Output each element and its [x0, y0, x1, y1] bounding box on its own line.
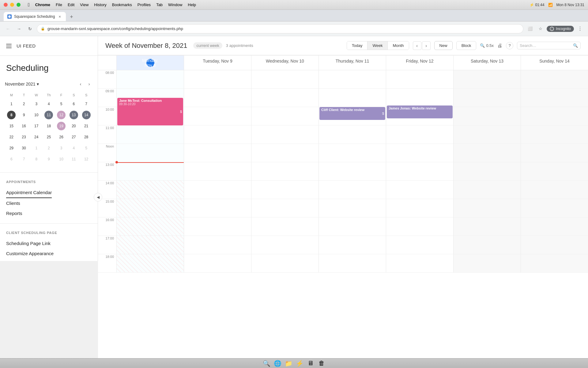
sidebar-client-nav-customize-appearance[interactable]: Customize Appearance — [6, 248, 92, 259]
cal-cell-7-6[interactable] — [521, 199, 588, 217]
cal-cell-9-0[interactable] — [116, 236, 184, 254]
cal-cell-1-6[interactable] — [521, 89, 588, 107]
cal-cell-2-3[interactable]: Cliff Client: Website review$ — [318, 107, 386, 125]
print-icon[interactable]: 🖨 — [497, 43, 502, 48]
sidebar-nav-reports[interactable]: Reports — [6, 208, 92, 218]
cal-cell-10-4[interactable] — [386, 254, 453, 273]
cal-cell-10-3[interactable] — [318, 254, 386, 273]
chrome-menu[interactable]: Chrome — [33, 2, 53, 8]
dock-icon-0[interactable]: 🔍 — [262, 358, 271, 368]
cal-cell-3-2[interactable] — [251, 125, 318, 144]
mini-cal-day[interactable]: 15 — [7, 122, 16, 130]
view-menu[interactable]: View — [77, 2, 91, 8]
cal-cell-7-2[interactable] — [251, 199, 318, 217]
refresh-button[interactable]: ↻ — [26, 25, 34, 33]
tab-close-button[interactable]: ✕ — [57, 14, 62, 19]
maximize-button[interactable] — [17, 3, 21, 7]
mini-cal-day[interactable]: 5 — [57, 100, 66, 108]
dock-icon-1[interactable]: 🌐 — [273, 358, 282, 368]
mini-cal-day[interactable]: 10 — [32, 111, 41, 119]
mini-cal-day[interactable]: 3 — [32, 100, 41, 108]
mini-cal-day[interactable]: 12 — [57, 111, 66, 119]
cal-cell-0-2[interactable] — [251, 70, 318, 89]
history-menu[interactable]: History — [92, 2, 109, 8]
cal-cell-4-2[interactable] — [251, 144, 318, 162]
cal-cell-2-2[interactable] — [251, 107, 318, 125]
mini-cal-day[interactable]: 4 — [70, 144, 78, 152]
sidebar-nav-clients[interactable]: Clients — [6, 198, 92, 208]
cal-cell-4-4[interactable] — [386, 144, 453, 162]
cal-cell-1-1[interactable] — [184, 89, 251, 107]
mini-cal-day[interactable]: 19 — [57, 122, 66, 130]
help-icon[interactable]: ? — [506, 42, 513, 49]
cal-cell-10-2[interactable] — [251, 254, 318, 273]
mini-cal-day[interactable]: 30 — [20, 144, 28, 152]
mini-cal-day[interactable]: 3 — [57, 144, 66, 152]
cal-cell-1-0[interactable]: Jane McTest: Consultation09:30-10:20$ — [116, 89, 184, 107]
cal-cell-5-1[interactable] — [184, 162, 251, 181]
back-button[interactable]: ← — [4, 25, 12, 33]
cal-cell-8-5[interactable] — [453, 217, 521, 236]
mini-cal-day[interactable]: 18 — [44, 122, 53, 130]
dock-icon-5[interactable]: 🗑 — [317, 358, 326, 368]
cal-cell-9-3[interactable] — [318, 236, 386, 254]
cal-cell-10-6[interactable] — [521, 254, 588, 273]
window-controls[interactable] — [4, 3, 21, 7]
mini-cal-day[interactable]: 6 — [7, 155, 16, 163]
new-tab-button[interactable]: + — [67, 13, 76, 21]
cal-cell-1-5[interactable] — [453, 89, 521, 107]
cal-cell-9-6[interactable] — [521, 236, 588, 254]
cal-cell-0-3[interactable] — [318, 70, 386, 89]
mini-cal-day[interactable]: 29 — [7, 144, 16, 152]
search-box[interactable]: 🔍 — [517, 42, 581, 49]
mini-cal-day[interactable]: 24 — [32, 133, 41, 141]
cal-cell-2-1[interactable] — [184, 107, 251, 125]
mini-cal-prev[interactable]: ‹ — [77, 80, 84, 88]
mini-cal-day[interactable]: 2 — [20, 100, 28, 108]
mini-cal-day[interactable]: 22 — [7, 133, 16, 141]
window-menu[interactable]: Window — [166, 2, 185, 8]
mini-cal-day[interactable]: 8 — [32, 155, 41, 163]
cal-cell-9-2[interactable] — [251, 236, 318, 254]
cal-cell-3-4[interactable] — [386, 125, 453, 144]
mini-cal-day[interactable]: 7 — [82, 100, 91, 108]
mini-cal-day[interactable]: 14 — [82, 111, 91, 119]
cal-cell-4-3[interactable] — [318, 144, 386, 162]
cal-cell-3-0[interactable] — [116, 125, 184, 144]
cal-cell-8-0[interactable] — [116, 217, 184, 236]
cal-cell-5-3[interactable] — [318, 162, 386, 181]
cal-cell-8-2[interactable] — [251, 217, 318, 236]
mini-cal-day[interactable]: 11 — [70, 155, 78, 163]
file-menu[interactable]: File — [53, 2, 65, 8]
tab-menu[interactable]: Tab — [154, 2, 165, 8]
cal-cell-6-6[interactable] — [521, 181, 588, 199]
more-options-button[interactable]: ⋮ — [576, 25, 584, 33]
mini-cal-day[interactable]: 1 — [7, 100, 16, 108]
cal-cell-8-6[interactable] — [521, 217, 588, 236]
toggle-sidebar-button[interactable]: ◀ — [94, 193, 102, 201]
mini-cal-day[interactable]: 16 — [20, 122, 28, 130]
cal-cell-0-1[interactable] — [184, 70, 251, 89]
cal-cell-10-1[interactable] — [184, 254, 251, 273]
cal-cell-9-1[interactable] — [184, 236, 251, 254]
cal-cell-5-0[interactable] — [116, 162, 184, 181]
dock-icon-4[interactable]: 🖥 — [306, 358, 315, 368]
cal-cell-0-0[interactable] — [116, 70, 184, 89]
month-button[interactable]: Month — [388, 41, 409, 50]
cal-cell-3-6[interactable] — [521, 125, 588, 144]
cal-cell-10-5[interactable] — [453, 254, 521, 273]
cal-cell-8-3[interactable] — [318, 217, 386, 236]
cal-cell-8-4[interactable] — [386, 217, 453, 236]
cal-cell-3-5[interactable] — [453, 125, 521, 144]
block-button[interactable]: Block — [456, 41, 477, 50]
search-input[interactable] — [520, 43, 571, 48]
cal-cell-0-6[interactable] — [521, 70, 588, 89]
cal-cell-6-4[interactable] — [386, 181, 453, 199]
mini-cal-day[interactable]: 6 — [70, 100, 78, 108]
cal-cell-2-6[interactable] — [521, 107, 588, 125]
help-menu[interactable]: Help — [185, 2, 198, 8]
cal-cell-4-6[interactable] — [521, 144, 588, 162]
cast-icon[interactable]: ⬜ — [526, 25, 534, 33]
bookmark-icon[interactable]: ☆ — [536, 25, 545, 33]
cal-cell-6-5[interactable] — [453, 181, 521, 199]
